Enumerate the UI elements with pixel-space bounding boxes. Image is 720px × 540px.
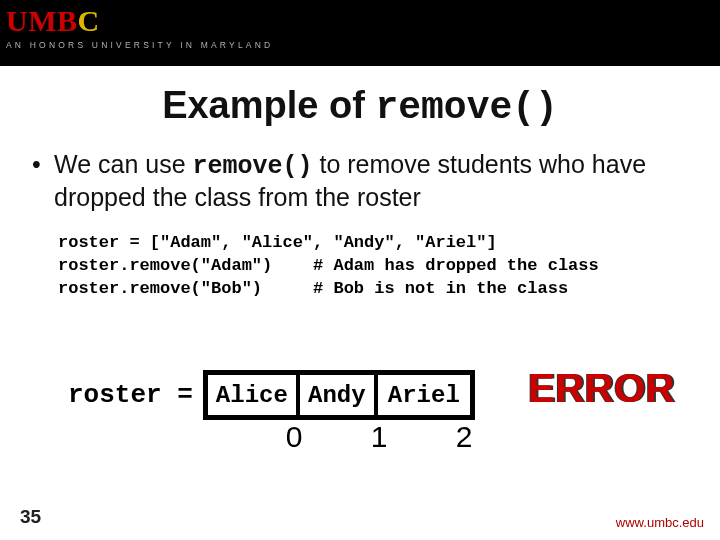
roster-index: 2 <box>418 420 510 454</box>
code-line-3: roster.remove("Bob") # Bob is not in the… <box>58 279 568 298</box>
roster-indices: 0 1 2 <box>248 420 510 454</box>
title-code: remove() <box>375 86 557 129</box>
error-label: ERROR <box>528 366 675 411</box>
slide-title: Example of remove() <box>0 84 720 129</box>
code-line-2: roster.remove("Adam") # Adam has dropped… <box>58 256 599 275</box>
bullet-pre: We can use <box>54 150 193 178</box>
roster-cell: Alice <box>208 375 300 415</box>
title-pre: Example of <box>162 84 375 126</box>
header-banner: UMBC AN HONORS UNIVERSITY IN MARYLAND <box>0 0 720 66</box>
bullet-list: We can use remove() to remove students w… <box>54 149 682 212</box>
roster-cells: Alice Andy Ariel <box>203 370 475 420</box>
roster-visual: roster = Alice Andy Ariel <box>68 370 475 420</box>
roster-cell: Ariel <box>378 375 470 415</box>
logo-text-c: C <box>78 4 100 37</box>
roster-index: 1 <box>340 420 418 454</box>
logo-main: UMBC <box>6 4 273 38</box>
footer-url: www.umbc.edu <box>616 515 704 530</box>
logo-tagline: AN HONORS UNIVERSITY IN MARYLAND <box>6 40 273 50</box>
umbc-logo: UMBC AN HONORS UNIVERSITY IN MARYLAND <box>6 4 273 50</box>
bullet-code: remove() <box>193 152 313 181</box>
code-line-1: roster = ["Adam", "Alice", "Andy", "Arie… <box>58 233 497 252</box>
page-number: 35 <box>20 506 41 528</box>
logo-text-umb: UMB <box>6 4 78 37</box>
code-block: roster = ["Adam", "Alice", "Andy", "Arie… <box>58 232 720 301</box>
bullet-item: We can use remove() to remove students w… <box>54 149 682 212</box>
roster-cell: Andy <box>300 375 378 415</box>
roster-index: 0 <box>248 420 340 454</box>
roster-label: roster = <box>68 380 193 410</box>
